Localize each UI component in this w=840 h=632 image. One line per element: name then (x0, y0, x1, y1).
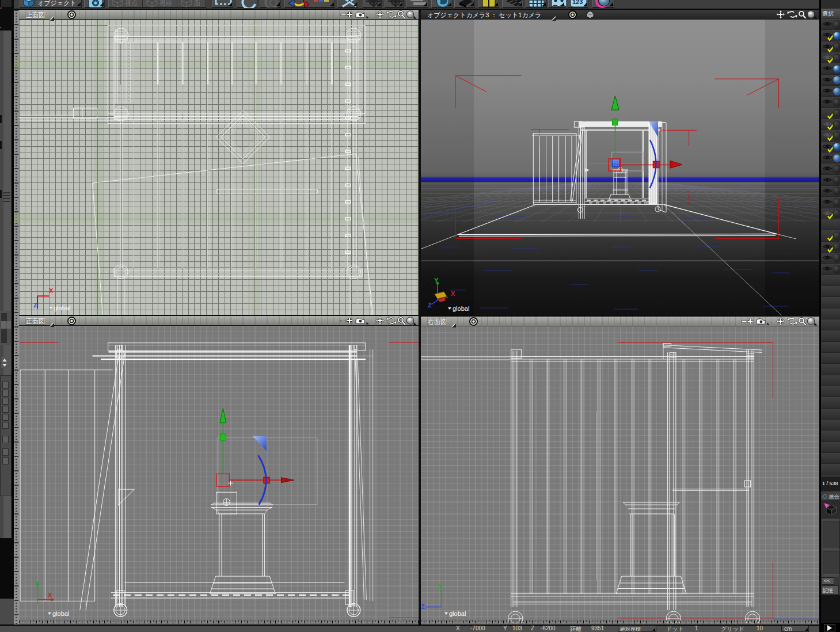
svg-text:global: global (453, 305, 469, 312)
svg-text:global: global (52, 610, 69, 617)
svg-text:X: X (49, 287, 54, 294)
svg-text:Y: Y (438, 583, 443, 590)
svg-text:X: X (48, 592, 52, 599)
svg-text:Z: Z (421, 603, 425, 610)
svg-text:123: 123 (572, 0, 583, 5)
svg-text:Y: Y (35, 580, 39, 587)
svg-text:global: global (449, 610, 466, 617)
svg-text:Z: Z (428, 302, 432, 309)
svg-text:global: global (54, 304, 70, 311)
svg-text:Z: Z (33, 302, 37, 309)
svg-text:X: X (451, 290, 455, 297)
